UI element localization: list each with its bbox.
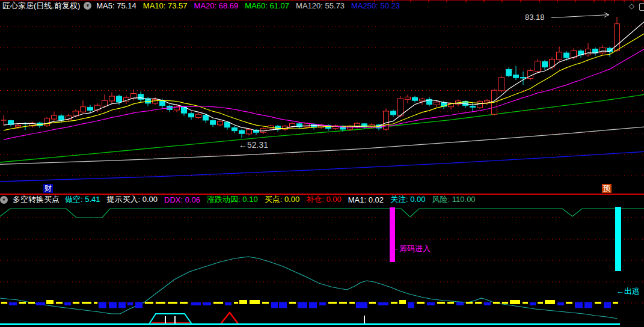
escape-annotation: ←出逃 xyxy=(616,287,640,296)
trading-app-window: 83.18 ←52.31 ←筹码进入 ←出逃 匠心家居(日线.前复权) ▾ MA… xyxy=(0,0,644,327)
forecast-badge[interactable]: 预 xyxy=(602,184,612,193)
indicator-panel-chart[interactable]: ←筹码进入 ←出逃 xyxy=(0,194,644,327)
low-price-annotation: ←52.31 xyxy=(239,140,268,150)
main-candlestick-chart[interactable]: 83.18 ←52.31 xyxy=(0,0,644,194)
diamond-icon[interactable]: ◇ xyxy=(629,2,634,10)
main-chart-shapes xyxy=(0,0,644,182)
indicator-shapes xyxy=(0,194,644,325)
chevron-down-icon[interactable]: ▾ xyxy=(0,196,8,204)
high-price-annotation: 83.18 xyxy=(525,13,545,22)
finance-report-badge[interactable]: 财 xyxy=(43,184,53,193)
panel-toggle-icon[interactable] xyxy=(639,3,644,11)
chips-inflow-annotation: ←筹码进入 xyxy=(391,244,431,253)
